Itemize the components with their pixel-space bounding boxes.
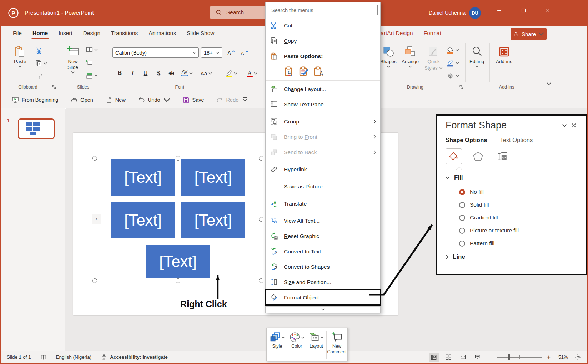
zoom-in-button[interactable]: +: [546, 354, 551, 361]
text-shadow-button[interactable]: S: [152, 68, 164, 79]
menu-item-size-and-position[interactable]: Size and Position...: [266, 274, 380, 290]
decrease-font-size-button[interactable]: A: [240, 49, 250, 58]
menu-item-show-text-pane[interactable]: Show Text Pane: [266, 97, 380, 112]
reset-slide-button[interactable]: [86, 59, 93, 66]
paste-button[interactable]: Paste: [14, 46, 26, 68]
selection-handle[interactable]: [259, 278, 263, 283]
paste-keep-text-only-button[interactable]: A: [313, 66, 324, 77]
line-section-header[interactable]: Line: [446, 253, 578, 261]
collapse-ribbon-button[interactable]: [547, 82, 551, 85]
share-button[interactable]: Share: [511, 28, 547, 40]
paste-use-destination-theme-button[interactable]: a: [284, 66, 295, 77]
tab-format[interactable]: Format: [418, 26, 447, 40]
smartart-text-box-3[interactable]: [Text]: [111, 202, 175, 238]
drawing-dialog-launcher[interactable]: [459, 85, 464, 89]
menu-item-cut[interactable]: Cut: [266, 18, 380, 33]
mini-layout-button[interactable]: Layout: [307, 330, 326, 359]
fill-and-line-icon[interactable]: [446, 148, 462, 164]
quick-styles-button[interactable]: Quick Styles: [424, 46, 443, 71]
paste-keep-source-formatting-button[interactable]: [298, 66, 309, 77]
shape-outline-button[interactable]: [447, 59, 459, 67]
menu-item-translate[interactable]: aATranslate: [266, 196, 380, 211]
menu-item-change-layout[interactable]: Change Layout...: [266, 81, 380, 97]
copy-button[interactable]: [35, 60, 47, 67]
new-slide-button[interactable]: New Slide: [62, 46, 83, 74]
menu-item-convert-to-text[interactable]: AConvert to Text: [266, 244, 380, 259]
menu-scroll-down-button[interactable]: [266, 306, 380, 313]
mini-style-button[interactable]: Style: [267, 330, 287, 359]
change-case-button[interactable]: Aa: [198, 68, 215, 79]
tab-design[interactable]: Design: [78, 26, 106, 40]
fill-section-header[interactable]: Fill: [446, 174, 578, 181]
tab-transitions[interactable]: Transitions: [106, 26, 143, 40]
smartart-text-box-2[interactable]: [Text]: [181, 159, 245, 196]
menu-item-format-object[interactable]: Format Object...: [266, 290, 380, 305]
undo-button[interactable]: Undo: [138, 96, 170, 103]
avatar[interactable]: DU: [469, 7, 481, 19]
selection-handle[interactable]: [259, 217, 263, 222]
mini-new-comment-button[interactable]: New Comment: [327, 330, 347, 359]
increase-font-size-button[interactable]: A: [226, 49, 237, 58]
menu-item-save-as-picture[interactable]: Save as Picture...: [266, 179, 380, 194]
format-painter-button[interactable]: [36, 73, 43, 80]
smartart-text-box-4[interactable]: [Text]: [181, 202, 245, 238]
zoom-out-button[interactable]: −: [487, 354, 492, 361]
tab-home[interactable]: Home: [27, 26, 53, 40]
fill-option-solid-fill[interactable]: Solid fill: [459, 198, 578, 211]
arrange-button[interactable]: Arrange: [402, 46, 419, 68]
fill-option-pattern-fill[interactable]: Pattern fill: [459, 237, 578, 250]
effects-icon[interactable]: [470, 148, 486, 164]
fill-option-no-fill[interactable]: No fill: [459, 186, 578, 198]
strikethrough-button[interactable]: ab: [165, 68, 177, 79]
character-spacing-button[interactable]: AV: [179, 68, 194, 79]
selection-handle[interactable]: [92, 278, 97, 283]
menu-item-convert-to-shapes[interactable]: Convert to Shapes: [266, 259, 380, 274]
smartart-text-box-1[interactable]: [Text]: [111, 159, 175, 196]
menu-item-paste-options[interactable]: Paste Options:: [266, 49, 380, 64]
maximize-button[interactable]: [515, 0, 532, 21]
highlight-color-button[interactable]: [223, 68, 240, 79]
accessibility-checker[interactable]: Accessibility: Investigate: [101, 354, 167, 360]
font-name-combo[interactable]: Calibri (Body): [112, 47, 199, 58]
radio-selected[interactable]: [459, 189, 465, 195]
tab-text-options[interactable]: Text Options: [500, 137, 533, 143]
editing-button[interactable]: Editing: [469, 46, 484, 68]
underline-button[interactable]: U: [140, 68, 151, 79]
italic-button[interactable]: I: [127, 68, 139, 79]
section-button[interactable]: [86, 72, 98, 79]
bold-button[interactable]: B: [114, 68, 126, 79]
reading-view-button[interactable]: [458, 353, 468, 362]
search-button[interactable]: Search: [210, 6, 271, 19]
shape-fill-button[interactable]: [447, 46, 459, 54]
text-pane-toggle-button[interactable]: ‹: [92, 214, 101, 224]
zoom-thumb[interactable]: [508, 354, 510, 360]
user-name[interactable]: Daniel Uchenna: [429, 10, 466, 16]
smartart-text-box-5[interactable]: [Text]: [146, 245, 210, 278]
font-color-button[interactable]: A: [243, 68, 260, 79]
font-size-combo[interactable]: 18+: [201, 47, 222, 58]
menu-item-hyperlink[interactable]: Hyperlink...: [266, 162, 380, 177]
menu-item-group[interactable]: Group: [266, 114, 380, 129]
normal-view-button[interactable]: [429, 353, 439, 362]
selection-handle[interactable]: [176, 278, 180, 283]
clipboard-dialog-launcher[interactable]: [52, 85, 56, 89]
fit-slide-to-window-button[interactable]: [573, 353, 583, 362]
minimize-button[interactable]: [491, 0, 508, 21]
panel-collapse-button[interactable]: [560, 121, 569, 130]
slide-sorter-view-button[interactable]: [443, 353, 453, 362]
new-button[interactable]: New: [105, 96, 126, 103]
tab-file[interactable]: File: [7, 26, 27, 40]
tab-slide-show[interactable]: Slide Show: [181, 26, 220, 40]
menu-search-input[interactable]: [268, 5, 378, 15]
slide-layout-button[interactable]: [86, 46, 98, 53]
add-ins-button[interactable]: Add-ins: [496, 46, 512, 64]
language-indicator[interactable]: English (Nigeria): [56, 354, 92, 360]
slideshow-button[interactable]: [473, 353, 483, 362]
open-button[interactable]: Open: [70, 96, 93, 103]
selection-handle[interactable]: [92, 156, 97, 161]
size-and-properties-icon[interactable]: [494, 148, 511, 164]
powerpoint-logo-icon[interactable]: P: [8, 7, 19, 19]
selection-handle[interactable]: [259, 156, 263, 161]
spell-check-icon[interactable]: [40, 354, 47, 360]
radio-unselected[interactable]: [459, 241, 465, 247]
